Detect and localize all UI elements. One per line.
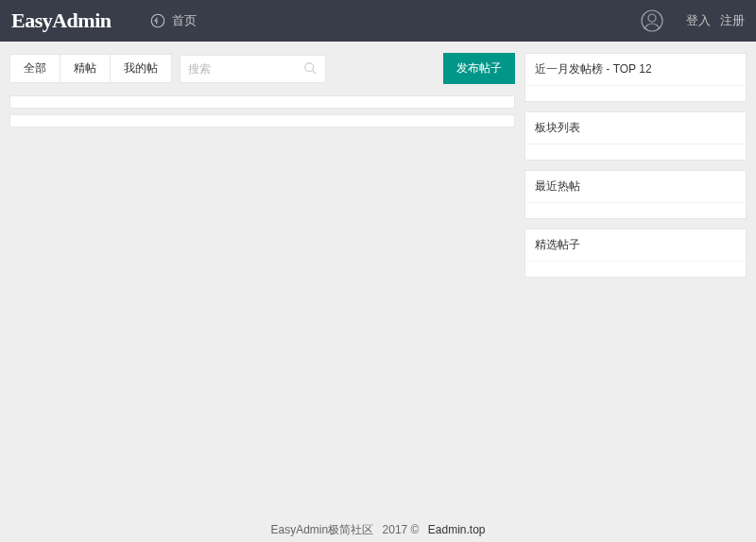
panel-title: 最近热帖 — [525, 171, 746, 203]
logo[interactable]: EasyAdmin — [11, 8, 112, 33]
footer-year: 2017 © — [383, 523, 420, 536]
footer-brand: EasyAdmin极简社区 — [271, 523, 374, 536]
publish-button[interactable]: 发布帖子 — [443, 53, 515, 84]
panel-title: 近一月发帖榜 - TOP 12 — [525, 54, 746, 86]
panel-boards: 板块列表 — [524, 111, 747, 161]
list-item[interactable] — [9, 114, 515, 127]
tab-best[interactable]: 精帖 — [60, 55, 111, 82]
post-list — [9, 95, 515, 127]
panel-body — [525, 262, 746, 277]
sidebar: 近一月发帖榜 - TOP 12 板块列表 最近热帖 精选帖子 — [524, 53, 747, 287]
tab-row: 全部 精帖 我的帖 发布帖子 — [9, 53, 515, 84]
svg-point-3 — [305, 63, 314, 72]
nav-home[interactable]: 首页 — [149, 12, 197, 29]
panel-title: 板块列表 — [525, 112, 746, 144]
panel-body — [525, 203, 746, 218]
panel-featured: 精选帖子 — [524, 229, 747, 278]
panel-body — [525, 144, 746, 160]
nav-home-label: 首页 — [172, 12, 197, 29]
register-link[interactable]: 注册 — [720, 12, 745, 29]
main-column: 全部 精帖 我的帖 发布帖子 — [9, 53, 515, 287]
footer: EasyAdmin极简社区 2017 © Eadmin.top — [0, 522, 756, 538]
header: EasyAdmin 首页 登入 注册 — [0, 0, 756, 42]
search-input[interactable] — [188, 62, 303, 76]
login-link[interactable]: 登入 — [686, 12, 711, 29]
tab-all[interactable]: 全部 — [10, 55, 60, 82]
search-box — [180, 55, 326, 83]
user-avatar-icon[interactable] — [641, 9, 663, 32]
search-icon[interactable] — [303, 61, 318, 76]
panel-title: 精选帖子 — [525, 229, 746, 262]
panel-body — [525, 86, 746, 101]
panel-hot: 最近热帖 — [524, 170, 747, 219]
main-container: 全部 精帖 我的帖 发布帖子 近一月发帖榜 - TOP 12 板块列表 最近热帖 — [0, 42, 756, 298]
tabs: 全部 精帖 我的帖 — [9, 54, 172, 83]
svg-point-2 — [648, 14, 656, 22]
chat-icon — [149, 12, 166, 29]
list-item[interactable] — [9, 95, 515, 109]
svg-point-0 — [151, 14, 164, 27]
tab-mine[interactable]: 我的帖 — [111, 55, 171, 82]
svg-line-4 — [312, 70, 316, 74]
footer-link[interactable]: Eadmin.top — [428, 523, 486, 536]
panel-top-posters: 近一月发帖榜 - TOP 12 — [524, 53, 747, 102]
